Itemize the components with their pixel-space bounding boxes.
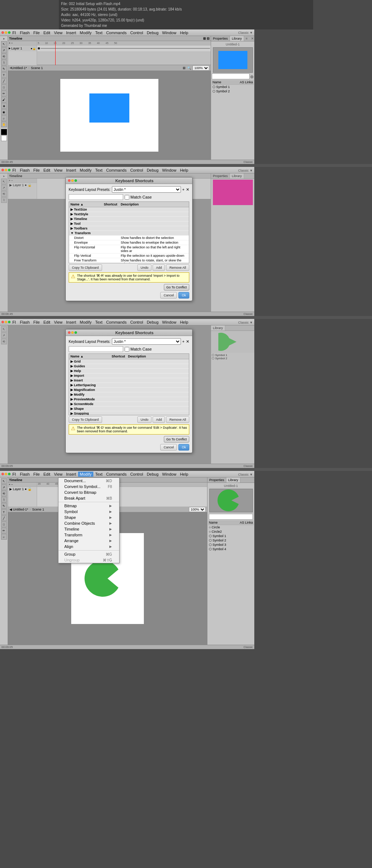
menu-help-4[interactable]: Help [178, 472, 190, 477]
menu-break-apart[interactable]: Break Apart ⌘B [58, 495, 119, 501]
menu-view-2[interactable]: View [52, 168, 64, 173]
menu-convert-to-bitmap[interactable]: Convert to Bitmap [58, 489, 119, 495]
menu-control-4[interactable]: Control [128, 472, 145, 477]
ok-btn-2[interactable]: Ok [178, 444, 189, 451]
remove-all-btn-2[interactable]: Remove All [166, 416, 189, 423]
goto-conflict-btn-1[interactable]: Go To Conflict [164, 284, 189, 291]
menu-align[interactable]: Align ▶ [58, 544, 119, 549]
view-options-1[interactable]: ⊞ [183, 66, 186, 70]
tool-line-1[interactable]: ╱ [1, 78, 7, 84]
tool-subselect-1[interactable]: ↗ [1, 47, 7, 53]
menu-help-1[interactable]: Help [178, 30, 190, 35]
lib-item-symbol1-1[interactable]: ⬡ Symbol 1 [212, 85, 254, 89]
layer-lock-1[interactable]: 🔒 [32, 47, 36, 50]
menu-symbol[interactable]: Symbol ▶ [58, 509, 119, 515]
cancel-btn-1[interactable]: Cancel [160, 292, 177, 299]
menu-edit-3[interactable]: Edit [41, 320, 52, 325]
menu-insert-2[interactable]: Insert [64, 168, 78, 173]
close-btn-3[interactable] [1, 321, 4, 323]
menu-flash-4[interactable]: Flash [18, 472, 32, 477]
tab-library-1[interactable]: Library [230, 36, 244, 41]
tool-ink-1[interactable]: ◉ [1, 109, 7, 115]
library-filter-1[interactable]: ◎ [250, 75, 254, 79]
shortcuts-table-area-2[interactable]: Name ▲ Shortcut Description ▶ Grid ▶ Gui… [69, 353, 189, 415]
color-white-1[interactable] [1, 135, 7, 141]
menu-bitmap[interactable]: Bitmap ▶ [58, 503, 119, 509]
menu-timeline[interactable]: Timeline ▶ [58, 526, 119, 532]
dialog-max-1[interactable] [74, 179, 77, 182]
tool-4-8[interactable]: □ [1, 521, 7, 527]
maximize-btn-4[interactable] [8, 473, 11, 475]
menu-arrange[interactable]: Arrange ▶ [58, 538, 119, 544]
tool-lasso-1[interactable]: ⌇ [1, 60, 7, 65]
menu-flash-3[interactable]: Flash [18, 320, 32, 325]
menu-view-1[interactable]: View [52, 30, 64, 35]
menu-debug-3[interactable]: Debug [145, 320, 160, 325]
dialog-min-1[interactable] [71, 179, 74, 182]
maximize-btn-2[interactable] [8, 169, 11, 171]
menu-file-1[interactable]: File [32, 30, 42, 35]
tab-properties-1[interactable]: Properties [211, 36, 230, 41]
timeline-ctrl-1[interactable]: ⊞ [203, 37, 206, 40]
menu-file-4[interactable]: File [32, 472, 42, 477]
close-btn-2[interactable] [1, 169, 4, 171]
preset-select-1[interactable]: Justin * [112, 186, 181, 193]
tab-prop-4[interactable]: Properties [207, 477, 226, 483]
tool-rect-1[interactable]: □ [1, 84, 7, 90]
menu-combine-objects[interactable]: Combine Objects ▶ [58, 520, 119, 526]
menu-help-3[interactable]: Help [178, 320, 190, 325]
tool-transform-1[interactable]: ⟲ [1, 53, 7, 59]
menu-window-1[interactable]: Window [160, 30, 178, 35]
layer-expand-1[interactable]: ▶ [9, 47, 11, 50]
tool-4-3[interactable]: ⟲ [1, 491, 7, 496]
menu-text-4[interactable]: Text [93, 472, 104, 477]
menu-flash-1[interactable]: Flash [18, 30, 32, 35]
cancel-btn-2[interactable]: Cancel [160, 444, 177, 451]
preset-del-1[interactable]: ✕ [186, 187, 189, 192]
dialog-max-2[interactable] [74, 331, 77, 334]
zoom-select-4[interactable]: 100% [189, 507, 206, 512]
add-btn-2[interactable]: Add [153, 416, 165, 423]
undo-btn-2[interactable]: Undo [137, 416, 152, 423]
lib-sym1-4[interactable]: ⬡ Symbol 1 [208, 534, 254, 538]
tool-brush-1[interactable]: 🖌 [1, 97, 7, 103]
search-input-1[interactable] [69, 194, 123, 200]
menu-document[interactable]: Document... ⌘D [58, 478, 119, 484]
menu-view-3[interactable]: View [52, 320, 64, 325]
preset-select-2[interactable]: Justin * [112, 338, 181, 345]
dialog-close-2[interactable] [68, 331, 70, 334]
lib-sym3-4[interactable]: ⬡ Symbol 3 [208, 543, 254, 547]
tool-4-10[interactable]: ⌕ [1, 534, 7, 540]
new-layer-btn-1[interactable]: + [9, 41, 11, 45]
menu-edit-4[interactable]: Edit [41, 472, 52, 477]
lib-circle2-4[interactable]: ○ Circle2 [208, 529, 254, 534]
panel-close-1[interactable]: ✕ [250, 36, 255, 41]
matchcase-cb-2[interactable] [125, 347, 129, 352]
tool-hand-1[interactable]: ✋ [1, 121, 7, 127]
close-btn-4[interactable] [1, 473, 4, 475]
tool-zoom-1[interactable]: ⌕ [1, 115, 7, 121]
menu-commands-2[interactable]: Commands [104, 168, 128, 173]
menu-window-4[interactable]: Window [160, 472, 178, 477]
tool-pen-1[interactable]: ✎ [1, 66, 7, 72]
menu-control-3[interactable]: Control [128, 320, 145, 325]
menu-file-2[interactable]: File [32, 168, 42, 173]
lib-sym2-4[interactable]: ⬡ Symbol 2 [208, 538, 254, 543]
menu-control-2[interactable]: Control [128, 168, 145, 173]
add-btn-1[interactable]: Add [153, 264, 165, 271]
menu-insert-1[interactable]: Insert [64, 30, 78, 35]
tool-4-7[interactable]: ╱ [1, 515, 7, 521]
menu-window-3[interactable]: Window [160, 320, 178, 325]
tool-4-6[interactable]: T [1, 509, 7, 515]
menu-debug-4[interactable]: Debug [145, 472, 160, 477]
menu-file-3[interactable]: File [32, 320, 42, 325]
tool-arrow-1[interactable]: ↖ [1, 41, 7, 47]
menu-modify-1[interactable]: Modify [78, 30, 93, 35]
maximize-btn-3[interactable] [8, 321, 11, 323]
menu-text-3[interactable]: Text [93, 320, 104, 325]
maximize-btn-1[interactable] [8, 31, 11, 34]
menu-insert-4[interactable]: Insert [64, 472, 78, 477]
lib-search-4[interactable] [209, 514, 253, 520]
menu-window-2[interactable]: Window [160, 168, 178, 173]
search-input-2[interactable] [69, 346, 123, 352]
